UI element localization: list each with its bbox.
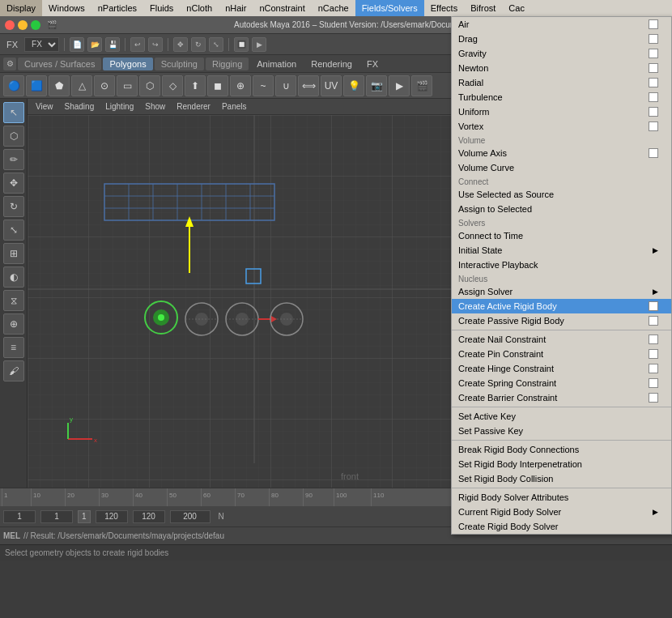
menu-display[interactable]: Display	[0, 0, 42, 16]
dd-set-passive-key[interactable]: Set Passive Key	[452, 424, 671, 438]
dd-uniform[interactable]: Uniform	[452, 104, 671, 119]
dd-volume-curve[interactable]: Volume Curve	[452, 160, 671, 175]
save-file-icon[interactable]: 💾	[105, 37, 120, 52]
sculpt-tool[interactable]: 🖌	[3, 360, 24, 381]
lasso-tool[interactable]: ⬡	[3, 126, 24, 147]
dd-interactive-playback[interactable]: Interactive Playback	[452, 258, 671, 272]
menu-effects[interactable]: Effects	[424, 0, 464, 16]
dd-gravity[interactable]: Gravity	[452, 46, 671, 61]
shelf-nurbs-icon[interactable]: ◇	[162, 75, 183, 96]
shelf-box-icon[interactable]: 🟦	[26, 75, 47, 96]
mode-select[interactable]: FX	[24, 37, 59, 52]
shelf-boolean-icon[interactable]: ∪	[275, 75, 296, 96]
menu-windows[interactable]: Windows	[42, 0, 91, 16]
tab-rendering[interactable]: Rendering	[304, 58, 359, 70]
dd-use-selected-source[interactable]: Use Selected as Source	[452, 187, 671, 202]
dd-create-barrier-constraint[interactable]: Create Barrier Constraint	[452, 390, 671, 405]
shelf-mirror-icon[interactable]: ⟺	[298, 75, 319, 96]
dd-break-rigid-body-connections[interactable]: Break Rigid Body Connections	[452, 442, 671, 457]
dd-set-active-key[interactable]: Set Active Key	[452, 409, 671, 424]
show-manip-tool[interactable]: ⧖	[3, 290, 24, 311]
close-button[interactable]	[5, 20, 15, 30]
open-file-icon[interactable]: 📂	[87, 37, 102, 52]
view-menu-shading[interactable]: Shading	[60, 102, 100, 111]
shelf-plane-icon[interactable]: ▭	[117, 75, 138, 96]
dd-current-rigid-body-solver[interactable]: Current Rigid Body Solver ▶	[452, 505, 671, 519]
shelf-camera-icon[interactable]: 📷	[366, 75, 387, 96]
view-menu-show[interactable]: Show	[140, 102, 170, 111]
view-menu-lighting[interactable]: Lighting	[100, 102, 138, 111]
shelf-uv-icon[interactable]: UV	[321, 75, 342, 96]
tab-curves-surfaces[interactable]: Curves / Surfaces	[18, 58, 101, 70]
dd-newton[interactable]: Newton	[452, 61, 671, 75]
shelf-smooth-icon[interactable]: ~	[253, 75, 274, 96]
shelf-bevel-icon[interactable]: ◼	[207, 75, 228, 96]
shelf-cone-icon[interactable]: △	[71, 75, 92, 96]
paint-tool[interactable]: ✏	[3, 149, 24, 170]
new-file-icon[interactable]: 📄	[70, 37, 84, 52]
shelf-anim-icon[interactable]: 🎬	[411, 75, 432, 96]
snap-icon[interactable]: 🔲	[234, 37, 249, 52]
move-tool[interactable]: ✥	[3, 173, 24, 194]
rotate-icon[interactable]: ↻	[191, 37, 206, 52]
move-icon[interactable]: ✥	[173, 37, 188, 52]
universal-tool[interactable]: ⊞	[3, 243, 24, 264]
dd-vortex[interactable]: Vortex	[452, 119, 671, 134]
dd-air[interactable]: Air	[452, 17, 671, 32]
view-menu-panels[interactable]: Panels	[217, 102, 252, 111]
dd-create-spring-constraint[interactable]: Create Spring Constraint	[452, 376, 671, 390]
settings-icon[interactable]: ⚙	[3, 58, 16, 70]
soft-tool[interactable]: ◐	[3, 266, 24, 288]
playback-end-input[interactable]: 120	[133, 510, 165, 523]
view-menu-view[interactable]: View	[31, 102, 58, 111]
max-frame-input[interactable]: 200	[170, 510, 211, 523]
shelf-merge-icon[interactable]: ⊕	[230, 75, 251, 96]
tab-rigging[interactable]: Rigging	[206, 58, 249, 70]
menu-fields-solvers[interactable]: Fields/Solvers	[355, 0, 424, 16]
start-frame-input[interactable]: 1	[3, 510, 36, 523]
dd-assign-solver[interactable]: Assign Solver ▶	[452, 284, 671, 299]
scale-icon[interactable]: ⤡	[209, 37, 223, 52]
shelf-cylinder-icon[interactable]: ⬟	[49, 75, 70, 96]
param-tool[interactable]: ≡	[3, 337, 24, 358]
dd-turbulence[interactable]: Turbulence	[452, 90, 671, 104]
maximize-button[interactable]	[31, 20, 40, 30]
dd-set-rigid-body-collision[interactable]: Set Rigid Body Collision	[452, 471, 671, 486]
dd-radial[interactable]: Radial	[452, 75, 671, 90]
menu-fluids[interactable]: Fluids	[143, 0, 180, 16]
scale-tool[interactable]: ⤡	[3, 219, 24, 241]
menu-nconstraint[interactable]: nConstraint	[253, 0, 311, 16]
dd-rigid-body-solver-attributes[interactable]: Rigid Body Solver Attributes	[452, 490, 671, 505]
minimize-button[interactable]	[18, 20, 28, 30]
undo-icon[interactable]: ↩	[130, 37, 145, 52]
snap-points-tool[interactable]: ⊕	[3, 313, 24, 335]
dd-create-active-rigid-body[interactable]: Create Active Rigid Body	[452, 299, 671, 313]
menu-nparticles[interactable]: nParticles	[91, 0, 143, 16]
shelf-torus-icon[interactable]: ⊙	[94, 75, 115, 96]
tab-fx[interactable]: FX	[360, 58, 385, 70]
dd-create-passive-rigid-body[interactable]: Create Passive Rigid Body	[452, 313, 671, 328]
dd-create-pin-constraint[interactable]: Create Pin Constraint	[452, 347, 671, 361]
menu-nhair[interactable]: nHair	[219, 0, 253, 16]
dd-assign-to-selected[interactable]: Assign to Selected	[452, 202, 671, 216]
menu-cac[interactable]: Cac	[502, 0, 531, 16]
dd-initial-state[interactable]: Initial State ▶	[452, 243, 671, 258]
dd-create-nail-constraint[interactable]: Create Nail Constraint	[452, 332, 671, 347]
menu-ncache[interactable]: nCache	[312, 0, 355, 16]
select-tool[interactable]: ↖	[3, 102, 24, 123]
redo-icon[interactable]: ↪	[148, 37, 163, 52]
tab-animation[interactable]: Animation	[250, 58, 303, 70]
end-frame-input[interactable]: 120	[96, 510, 128, 523]
render-icon[interactable]: ▶	[252, 37, 266, 52]
dd-create-hinge-constraint[interactable]: Create Hinge Constraint	[452, 361, 671, 376]
dd-drag[interactable]: Drag	[452, 32, 671, 46]
tab-sculpting[interactable]: Sculpting	[155, 58, 204, 70]
menu-ncloth[interactable]: nCloth	[180, 0, 219, 16]
view-menu-renderer[interactable]: Renderer	[172, 102, 215, 111]
dd-create-rigid-body-solver[interactable]: Create Rigid Body Solver	[452, 519, 671, 534]
shelf-extrude-icon[interactable]: ⬆	[185, 75, 206, 96]
rotate-tool[interactable]: ↻	[3, 196, 24, 217]
shelf-render-btn-icon[interactable]: ▶	[389, 75, 410, 96]
shelf-sphere-icon[interactable]: 🔵	[3, 75, 24, 96]
shelf-subdiv-icon[interactable]: ⬡	[139, 75, 160, 96]
